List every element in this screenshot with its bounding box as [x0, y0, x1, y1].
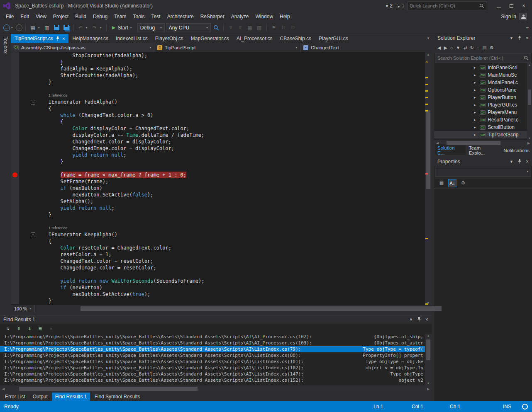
menu-item[interactable]: Test [148, 12, 164, 21]
code-line[interactable] [11, 271, 425, 278]
show-all-files-icon[interactable]: ▤ [482, 45, 486, 51]
platform-dropdown[interactable]: Any CPU ▾ [166, 23, 211, 32]
code-line[interactable]: displayColor.a -= Time.deltaTime / fadeT… [11, 132, 425, 138]
expand-arrow-icon[interactable]: ▸ [474, 133, 478, 137]
expand-arrow-icon[interactable]: ▸ [474, 125, 478, 129]
indent-icon[interactable]: ≡ [227, 24, 235, 32]
code-line[interactable]: while (ChangedText.color.a > 0) [11, 112, 425, 119]
breakpoint-gutter[interactable] [11, 65, 19, 72]
outline-margin[interactable]: − [31, 100, 37, 104]
code-line[interactable] [11, 218, 425, 225]
doc-tab[interactable]: PlayerObj.cs [151, 34, 187, 43]
breakpoint-gutter[interactable] [11, 178, 19, 185]
menu-item[interactable]: Analyze [228, 12, 252, 21]
expand-arrow-icon[interactable]: ▸ [474, 65, 478, 70]
close-button[interactable]: × [518, 1, 530, 10]
breakpoint-gutter[interactable] [11, 92, 19, 99]
find-result-row[interactable]: I:\Programming\Projects\SpaceBattles_uni… [0, 346, 425, 352]
close-icon[interactable]: × [526, 35, 529, 41]
breakpoint-gutter[interactable] [11, 125, 19, 132]
solution-search-box[interactable] [435, 53, 531, 63]
back-icon[interactable]: ◀ [437, 45, 441, 51]
expand-arrow-icon[interactable]: ▸ [474, 73, 478, 77]
tree-horizontal-scrollbar[interactable]: ◀ ▶ [434, 140, 532, 146]
breakpoint-gutter[interactable] [11, 231, 19, 238]
project-dropdown[interactable]: C# Assembly-CSharp-firstpass-vs ▾ [11, 43, 154, 52]
doc-tab[interactable]: IndexedList.cs [112, 34, 151, 43]
properties-object-dropdown[interactable]: ▾ [435, 167, 531, 177]
code-line[interactable]: 1 reference [11, 92, 425, 99]
pin-icon[interactable] [417, 317, 421, 323]
code-line[interactable]: { [11, 119, 425, 125]
pin-icon[interactable] [517, 159, 522, 165]
collapse-region-icon[interactable]: − [31, 100, 35, 104]
alphabetical-sort-icon[interactable]: A↓ [448, 179, 456, 187]
properties-header[interactable]: Properties ▼ × [434, 158, 532, 166]
menu-item[interactable]: View [32, 12, 50, 21]
breakpoint-gutter[interactable] [11, 119, 19, 125]
toolbox-tab[interactable]: Toolbox [0, 34, 11, 313]
code-line[interactable]: } [11, 211, 425, 218]
quick-launch-input[interactable] [410, 3, 479, 8]
refresh-icon[interactable]: ↻ [470, 45, 474, 51]
code-line[interactable]: Color resetColor = ChangedText.color; [11, 245, 425, 251]
scroll-down-icon[interactable]: ▼ [425, 382, 432, 385]
breakpoint-gutter[interactable] [11, 284, 19, 291]
tree-item[interactable]: ▸C#MainMenuSc [434, 71, 527, 79]
code-line[interactable]: SetFrame(frame); [11, 178, 425, 185]
scroll-up-icon[interactable]: ▲ [527, 63, 532, 66]
property-pages-icon[interactable]: ⚙ [459, 179, 467, 187]
code-line[interactable]: } [11, 79, 425, 85]
minimize-button[interactable] [493, 1, 505, 10]
code-line[interactable]: 1 reference [11, 225, 425, 231]
undo-dropdown-icon[interactable]: ▾ [86, 26, 89, 29]
code-line[interactable]: yield return null; [11, 152, 425, 158]
breakpoint-gutter[interactable] [11, 172, 19, 178]
goto-next-location-icon[interactable]: ⇟ [26, 325, 33, 332]
scroll-right-icon[interactable]: ▶ [525, 141, 532, 145]
breakpoint-gutter[interactable] [11, 278, 19, 284]
redo-icon[interactable]: ↷ [90, 24, 99, 32]
menu-item[interactable]: Debug [90, 12, 111, 21]
breakpoint-gutter[interactable] [11, 251, 19, 258]
menu-item[interactable]: Team [111, 12, 129, 21]
expand-arrow-icon[interactable]: ▸ [474, 80, 478, 85]
navigate-back-icon[interactable]: ← [3, 24, 10, 31]
breakpoint-gutter[interactable] [11, 298, 19, 304]
breakpoint-gutter[interactable] [11, 191, 19, 198]
open-file-icon[interactable]: ▥ [43, 24, 51, 32]
scrollbar-thumb[interactable] [19, 387, 198, 391]
code-line[interactable]: yield return null; [11, 205, 425, 211]
find-result-row[interactable]: I:\Programming\Projects\SpaceBattles_uni… [0, 365, 425, 371]
code-line[interactable]: −IEnumerator FadeAlpha() [11, 99, 425, 105]
breakpoint-gutter[interactable] [11, 105, 19, 112]
properties-icon[interactable]: ⚙ [490, 45, 494, 51]
code-line[interactable]: ChangedText.color = displayColor; [11, 138, 425, 145]
code-line[interactable]: nexButton.SetActive(true); [11, 291, 425, 298]
bottom-tab[interactable]: Output [29, 393, 51, 401]
tree-item[interactable]: ▸C#ModalPanel.c [434, 79, 527, 86]
code-line[interactable]: nexButton.SetActive(false); [11, 191, 425, 198]
menu-item[interactable]: Tools [130, 12, 148, 21]
expand-arrow-icon[interactable]: ▸ [474, 88, 478, 92]
scroll-down-icon[interactable]: ▼ [527, 137, 532, 140]
code-line[interactable]: ChangedImage.color = resetColor; [11, 264, 425, 271]
menu-item[interactable]: Window [252, 12, 276, 21]
tree-item[interactable]: ▸C#PlayerGUI.cs [434, 101, 527, 109]
find-results-header[interactable]: Find Results 1 ▼ × [0, 315, 432, 324]
scrollbar-thumb[interactable] [447, 141, 500, 145]
menu-item[interactable]: Architecture [164, 12, 197, 21]
breakpoint-gutter[interactable] [11, 271, 19, 278]
bottom-tab[interactable]: Error List [2, 393, 29, 401]
window-position-icon[interactable]: ▼ [510, 36, 513, 40]
breakpoint-gutter[interactable] [11, 165, 19, 172]
solution-search-input[interactable] [437, 56, 524, 61]
undo-icon[interactable]: ↶ [76, 24, 85, 32]
find-result-row[interactable]: I:\Programming\Projects\SpaceBattles_uni… [0, 340, 425, 346]
code-line[interactable]: resetColor.a = 1; [11, 251, 425, 258]
tree-vertical-scrollbar[interactable]: ▲ ▼ [527, 63, 532, 140]
pin-icon[interactable] [56, 36, 60, 41]
doc-tab[interactable]: PlayerGUI.cs [315, 34, 352, 43]
breakpoint-gutter[interactable] [11, 72, 19, 79]
save-all-icon[interactable] [62, 24, 70, 32]
